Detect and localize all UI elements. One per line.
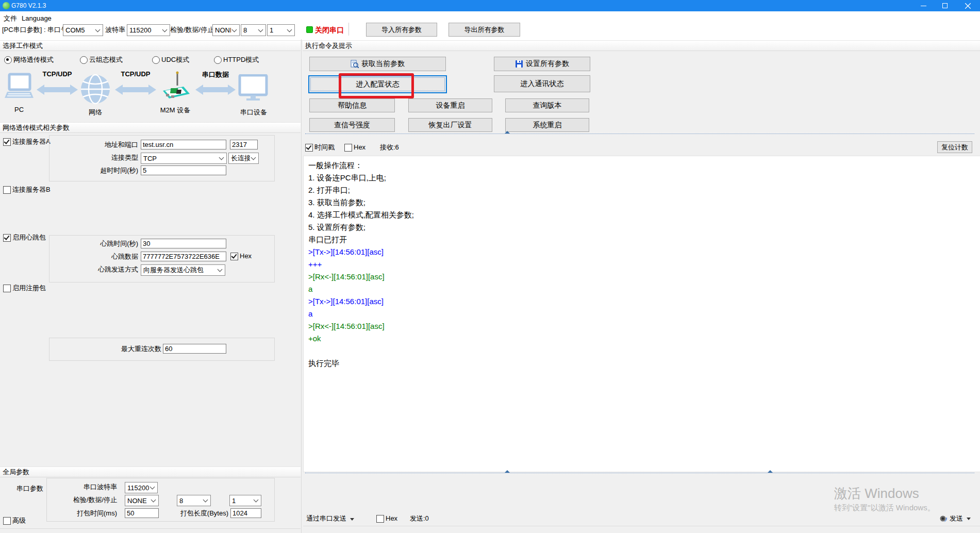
splitter-arrow-icon [505, 131, 510, 134]
heartbeat-checkbox[interactable] [3, 234, 11, 242]
chevron-down-icon [161, 25, 170, 36]
close-button[interactable] [958, 0, 977, 11]
global-baud-select[interactable]: 115200 [125, 482, 158, 493]
reset-count-button[interactable]: 复位计数 [937, 141, 972, 153]
radio-httpd-label: HTTPD模式 [223, 55, 259, 65]
com-port-select[interactable]: COM5 [63, 24, 103, 36]
pack-len-input[interactable] [230, 508, 261, 518]
heartbeat-time-input[interactable] [141, 239, 226, 248]
databits-select[interactable]: 8 [241, 24, 266, 36]
help-button[interactable]: 帮助信息 [309, 98, 395, 112]
global-databits-select[interactable]: 8 [177, 495, 211, 506]
splitter-arrow-icon [768, 470, 773, 473]
log-line: 4. 选择工作模式,配置相关参数; [308, 209, 975, 221]
conn-type-select[interactable]: TCP [141, 153, 227, 164]
addr-port-label: 地址和端口 [76, 140, 138, 150]
radio-udc[interactable] [152, 56, 160, 64]
timeout-input[interactable] [141, 165, 226, 175]
reconnect-groupbox [49, 338, 275, 361]
pack-time-input[interactable] [125, 508, 159, 518]
chevron-down-icon [253, 495, 261, 506]
radio-httpd[interactable] [214, 56, 222, 64]
maximize-icon [942, 3, 948, 8]
windows-activate-watermark: 激活 Windows [834, 485, 919, 503]
link-label-serial: 串口数据 [196, 70, 235, 79]
log-line: 3. 获取当前参数; [308, 196, 975, 209]
send-via-dropdown[interactable]: 通过串口发送 [306, 513, 354, 524]
serial-params-label: 串口参数 [14, 484, 43, 494]
server-a-checkbox[interactable] [3, 138, 11, 146]
port-open-indicator-icon [306, 26, 313, 33]
timeout-label: 超时时间(秒) [76, 165, 138, 176]
close-port-button[interactable]: 关闭串口 [315, 25, 344, 35]
system-reboot-button[interactable]: 系统重启 [505, 118, 589, 132]
radio-cloud[interactable] [80, 56, 88, 64]
heartbeat-hex-label: Hex [240, 251, 252, 261]
minimize-button[interactable] [913, 0, 933, 11]
import-params-button[interactable]: 导入所有参数 [366, 23, 437, 37]
toolbar-separator [348, 23, 349, 36]
stopbits-select[interactable]: 1 [267, 24, 295, 36]
work-mode-header: 选择工作模式 [0, 40, 301, 51]
server-a-address-input[interactable] [141, 140, 226, 149]
conn-mode-select[interactable]: 长连接 [228, 153, 259, 164]
timestamp-label: 时间戳 [314, 142, 335, 153]
factory-reset-button[interactable]: 恢复出厂设置 [408, 118, 492, 132]
chevron-down-icon [231, 25, 239, 36]
link-label-tcp1: TCP/UDP [37, 70, 77, 78]
server-b-checkbox[interactable] [3, 186, 11, 194]
global-baud-label: 串口波特率 [78, 482, 117, 492]
chevron-down-icon [257, 25, 265, 36]
log-line: a [308, 308, 975, 320]
register-checkbox[interactable] [3, 285, 11, 292]
reconnect-input[interactable] [163, 344, 226, 354]
log-output[interactable]: 一般操作流程：1. 设备连PC串口,上电;2. 打开串口;3. 获取当前参数;4… [303, 156, 980, 472]
global-params-header: 全局参数 [0, 467, 301, 477]
query-signal-button[interactable]: 查信号强度 [309, 118, 395, 132]
maximize-button[interactable] [935, 0, 955, 11]
log-splitter-bottom[interactable] [305, 473, 974, 475]
global-parity-select[interactable]: NONE [125, 495, 159, 506]
send-button[interactable]: 发送 [939, 513, 971, 524]
log-line: +ok [308, 332, 975, 345]
timestamp-checkbox[interactable] [305, 144, 313, 152]
chevron-down-icon [217, 265, 225, 275]
parity-select[interactable]: NONE [212, 24, 240, 36]
arrow-pc-net-icon [36, 84, 78, 97]
server-a-port-input[interactable] [230, 140, 258, 149]
heartbeat-data-input[interactable] [141, 252, 226, 261]
log-line: 一般操作流程： [308, 159, 975, 172]
title-bar: G780 V2.1.3 [0, 0, 980, 11]
menu-language[interactable]: Language [22, 14, 52, 23]
log-line: 2. 打开串口; [308, 184, 975, 196]
chevron-down-icon [250, 153, 258, 163]
send-bar-divider [303, 526, 980, 526]
heartbeat-hex-checkbox[interactable] [230, 253, 238, 260]
heartbeat-mode-select[interactable]: 向服务器发送心跳包 [141, 264, 225, 276]
chevron-down-icon [150, 495, 158, 506]
radio-net-transparent[interactable] [4, 56, 12, 64]
get-params-button[interactable]: 获取当前参数 [309, 57, 446, 71]
global-parity-label: 检验/数据/停止 [72, 495, 117, 505]
pc-serial-label: [PC串口参数] : 串口号 [2, 25, 68, 35]
set-params-button[interactable]: 设置所有参数 [494, 57, 590, 71]
menu-file[interactable]: 文件 [4, 14, 17, 23]
log-hex-checkbox[interactable] [344, 144, 352, 152]
global-stopbits-select[interactable]: 1 [229, 495, 261, 506]
node-label-pc: PC [5, 106, 34, 113]
log-splitter-top[interactable] [305, 134, 974, 136]
enter-config-button[interactable]: 进入配置状态 [308, 75, 447, 93]
baud-select[interactable]: 115200 [127, 24, 170, 36]
node-label-serial-device: 串口设备 [232, 108, 275, 117]
heartbeat-data-label: 心跳数据 [76, 252, 138, 262]
log-line: a [308, 283, 975, 295]
enter-comm-button[interactable]: 进入通讯状态 [494, 75, 590, 92]
device-reboot-button[interactable]: 设备重启 [408, 98, 492, 112]
advanced-checkbox[interactable] [3, 517, 11, 525]
arrow-device-serial-icon [195, 84, 236, 97]
app-window: G780 V2.1.3 文件 Language [PC串口参数] : 串口号 C… [0, 0, 980, 533]
send-hex-checkbox[interactable] [376, 515, 384, 523]
chevron-down-icon [149, 482, 157, 493]
query-version-button[interactable]: 查询版本 [505, 98, 589, 112]
export-params-button[interactable]: 导出所有参数 [449, 23, 520, 37]
